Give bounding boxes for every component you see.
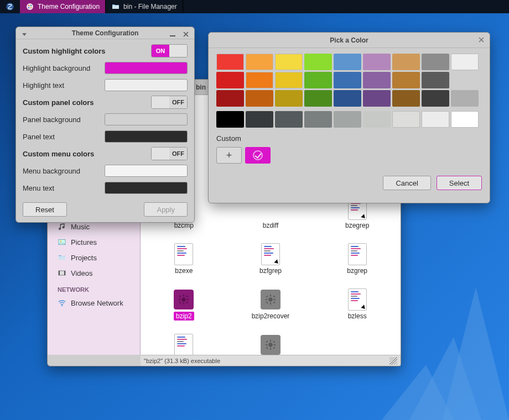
file-item[interactable]: bzip2recover (227, 288, 314, 330)
file-item[interactable]: cat (227, 334, 314, 355)
palette-color-swatch[interactable] (275, 72, 303, 88)
palette-color-swatch[interactable] (451, 54, 479, 70)
color-swatch-button[interactable] (105, 182, 188, 194)
taskbar-item-file-manager[interactable]: bin - File Manager (106, 0, 183, 13)
gray-color-swatch[interactable] (246, 111, 273, 128)
file-item[interactable]: bzfgrep (227, 243, 314, 285)
palette-color-swatch[interactable] (392, 72, 420, 88)
reset-button[interactable]: Reset (23, 202, 67, 217)
palette-color-swatch[interactable] (422, 72, 449, 88)
file-label: bzdiff (261, 221, 281, 230)
file-item[interactable]: bzip2 (141, 288, 227, 330)
svg-point-11 (60, 240, 62, 242)
sidebar-item-label: Projects (71, 254, 97, 262)
setting-label: Panel background (23, 116, 105, 124)
file-item[interactable]: bzegrep (314, 198, 401, 240)
taskbar-item-theme-config[interactable]: Theme Configuration (20, 0, 106, 13)
window-menu-icon[interactable] (19, 29, 29, 39)
palette-color-swatch[interactable] (392, 54, 420, 70)
palette-color-swatch[interactable] (275, 54, 303, 70)
svg-rect-23 (186, 296, 189, 298)
current-custom-color-swatch[interactable] (245, 147, 271, 164)
gray-color-swatch[interactable] (392, 111, 420, 128)
palette-color-swatch[interactable] (304, 72, 332, 88)
close-icon[interactable] (476, 35, 486, 45)
script-icon (346, 243, 368, 265)
svg-point-6 (30, 5, 32, 7)
grayscale-row (216, 111, 482, 128)
select-button[interactable]: Select (437, 176, 482, 190)
music-icon (58, 222, 66, 231)
palette-color-swatch[interactable] (422, 90, 449, 107)
palette-color-swatch[interactable] (216, 72, 244, 88)
custom-section-label: Custom (216, 134, 482, 143)
color-swatch-button[interactable] (105, 113, 188, 125)
palette-color-swatch[interactable] (334, 90, 361, 107)
color-swatch-button[interactable] (105, 130, 188, 143)
palette-color-swatch[interactable] (275, 90, 303, 107)
panel-toggle[interactable]: OFF (151, 96, 188, 109)
svg-rect-14 (59, 271, 60, 275)
palette-color-swatch[interactable] (246, 90, 273, 107)
sidebar-item-pictures[interactable]: Pictures (48, 234, 140, 250)
palette-color-swatch[interactable] (216, 54, 244, 70)
highlight-toggle[interactable]: ON (151, 44, 188, 57)
file-label: bzip2 (174, 312, 194, 321)
window-title: Pick a Color (209, 36, 490, 44)
sidebar-item-projects[interactable]: Projects (48, 250, 140, 265)
exec-icon (173, 288, 195, 311)
file-item[interactable]: bzexe (141, 243, 227, 285)
palette-color-swatch[interactable] (422, 54, 449, 70)
theme-config-window: Theme Configuration Custom highlight col… (15, 27, 195, 223)
palette-color-swatch[interactable] (363, 90, 391, 107)
svg-point-17 (182, 297, 186, 301)
gray-color-swatch[interactable] (304, 111, 332, 128)
palette-color-swatch[interactable] (304, 90, 332, 107)
svg-rect-24 (179, 302, 181, 304)
menu-toggle[interactable]: OFF (151, 147, 188, 160)
sidebar-item-browse-network[interactable]: Browse Network (48, 295, 140, 311)
gray-color-swatch[interactable] (422, 111, 449, 128)
palette-color-swatch[interactable] (304, 54, 332, 70)
svg-point-4 (27, 3, 33, 10)
palette-color-swatch[interactable] (392, 90, 420, 107)
sidebar-item-label: Pictures (71, 238, 97, 246)
folder-icon (111, 2, 120, 11)
svg-point-16 (61, 305, 63, 306)
sidebar-item-videos[interactable]: Videos (48, 265, 140, 281)
add-custom-color-button[interactable]: + (216, 147, 242, 164)
palette-color-swatch[interactable] (363, 72, 391, 88)
file-item[interactable]: bzgrep (314, 243, 401, 285)
palette-color-swatch[interactable] (216, 90, 244, 107)
gray-color-swatch[interactable] (275, 111, 303, 128)
apply-button[interactable]: Apply (144, 202, 188, 217)
gray-color-swatch[interactable] (334, 111, 361, 128)
file-label: bzfgrep (257, 266, 284, 275)
color-swatch-button[interactable] (105, 165, 188, 177)
palette-color-swatch[interactable] (334, 72, 361, 88)
whisker-menu-button[interactable] (0, 0, 20, 13)
file-item[interactable]: bzdiff (227, 198, 314, 240)
color-palette-grid (216, 54, 482, 107)
palette-color-swatch[interactable] (246, 72, 273, 88)
close-icon[interactable] (181, 29, 191, 39)
palette-color-swatch[interactable] (246, 54, 273, 70)
palette-color-swatch[interactable] (451, 72, 479, 88)
gray-color-swatch[interactable] (216, 111, 244, 128)
minimize-icon[interactable] (168, 29, 178, 39)
palette-color-swatch[interactable] (451, 90, 479, 107)
theme-config-titlebar[interactable]: Theme Configuration (16, 27, 194, 39)
file-item[interactable]: bzless (314, 288, 401, 330)
svg-rect-40 (266, 341, 268, 343)
palette-color-swatch[interactable] (334, 54, 361, 70)
color-swatch-button[interactable] (105, 62, 188, 74)
cancel-button[interactable]: Cancel (383, 176, 430, 190)
resize-grip-icon[interactable] (389, 357, 397, 365)
gray-color-swatch[interactable] (451, 111, 479, 128)
palette-color-swatch[interactable] (363, 54, 391, 70)
color-picker-titlebar[interactable]: Pick a Color (209, 33, 490, 48)
file-item[interactable]: bzmore (141, 334, 227, 355)
svg-rect-33 (266, 302, 268, 304)
color-swatch-button[interactable] (105, 79, 188, 91)
gray-color-swatch[interactable] (363, 111, 391, 128)
